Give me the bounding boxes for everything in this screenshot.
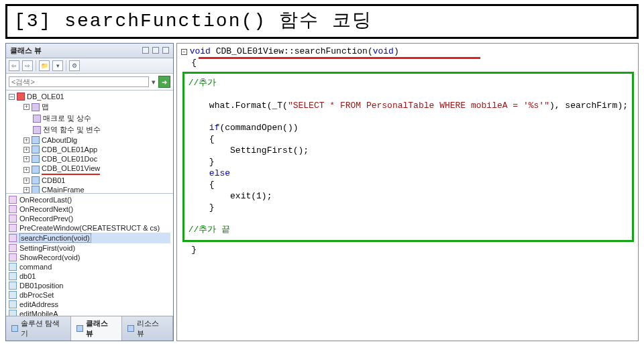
- dropdown-icon[interactable]: [142, 47, 149, 54]
- pin-icon[interactable]: [152, 47, 159, 54]
- tree-item[interactable]: + CDB_OLE01Doc: [9, 154, 172, 164]
- tree-label: 매크로 및 상수: [43, 113, 91, 123]
- expand-icon[interactable]: +: [23, 178, 30, 184]
- member-item[interactable]: ShowRecord(void): [9, 253, 170, 262]
- panel-controls[interactable]: [141, 47, 169, 55]
- collapse-icon[interactable]: –: [9, 94, 15, 100]
- class-icon: [32, 136, 40, 144]
- code-line: {: [181, 58, 634, 69]
- tree-label: 전역 함수 및 변수: [43, 125, 101, 135]
- tree-label: CDB_OLE01Doc: [42, 155, 97, 163]
- tree-label: CDB_OLE01App: [42, 145, 97, 154]
- tree-item[interactable]: + CDB01: [9, 176, 172, 185]
- code-line: }: [181, 245, 634, 256]
- member-label: editAddress: [19, 300, 58, 308]
- folder-icon: [33, 115, 41, 123]
- settings-icon[interactable]: ⚙: [69, 60, 80, 71]
- toolbar-separator: [36, 60, 36, 71]
- tab-resource-view[interactable]: 리소스 뷰: [122, 316, 173, 341]
- method-icon: [9, 253, 17, 261]
- code-blank: [189, 89, 628, 101]
- method-icon: [9, 234, 17, 242]
- tab-label: 리소스 뷰: [137, 318, 167, 339]
- expand-icon[interactable]: +: [23, 104, 30, 110]
- class-view-header: 클래스 뷰: [6, 44, 173, 58]
- folder-icon: [32, 103, 40, 111]
- panel-tabs: 솔루션 탐색기 클래스 뷰 리소스 뷰: [6, 316, 173, 341]
- member-item[interactable]: SettingFirst(void): [9, 243, 170, 253]
- code-line: if(commandOpen()): [189, 123, 628, 134]
- tree-item[interactable]: 전역 함수 및 변수: [9, 124, 172, 135]
- member-item[interactable]: OnRecordNext(): [9, 204, 170, 214]
- member-item[interactable]: PreCreateWindow(CREATESTRUCT & cs): [9, 223, 170, 233]
- class-view-toolbar: ⇦ ⇨ 📁 ▾ ⚙: [6, 58, 173, 74]
- tree-item[interactable]: + 맵: [9, 101, 172, 113]
- tree-root[interactable]: – DB_OLE01: [9, 92, 172, 101]
- member-item[interactable]: dbProcSet: [9, 290, 170, 300]
- page-title: [3] searchFunction() 함수 코딩: [5, 4, 639, 39]
- tree-item[interactable]: + CMainFrame: [9, 185, 172, 194]
- code-line: else: [189, 168, 628, 180]
- member-item[interactable]: db01: [9, 272, 170, 281]
- code-blank: [189, 111, 628, 123]
- project-icon: [17, 93, 25, 101]
- class-icon: [32, 176, 40, 184]
- tree-label: DB_OLE01: [27, 93, 64, 101]
- tree-label: CMainFrame: [42, 186, 85, 194]
- solution-icon: [11, 325, 18, 332]
- tab-label: 클래스 뷰: [86, 318, 116, 339]
- go-icon[interactable]: ➜: [158, 76, 170, 88]
- tree-item[interactable]: 매크로 및 상수: [9, 113, 172, 124]
- forward-icon[interactable]: ⇨: [22, 60, 33, 71]
- code-line: what.Format(_T("SELECT * FROM PersonalTa…: [189, 101, 628, 112]
- search-input[interactable]: [9, 76, 149, 87]
- expand-icon[interactable]: +: [23, 167, 30, 173]
- tree-item[interactable]: + CAboutDlg: [9, 135, 172, 145]
- expand-icon[interactable]: +: [23, 156, 30, 162]
- expand-icon[interactable]: +: [23, 137, 30, 143]
- expand-icon[interactable]: +: [23, 147, 30, 153]
- dropdown-icon[interactable]: ▾: [152, 78, 156, 86]
- resource-icon: [127, 325, 134, 332]
- member-item[interactable]: editAddress: [9, 300, 170, 309]
- class-icon: [32, 186, 40, 194]
- member-item[interactable]: command: [9, 262, 170, 272]
- member-item[interactable]: DB01position: [9, 281, 170, 290]
- member-item[interactable]: OnRecordLast(): [9, 195, 170, 204]
- class-icon: [32, 166, 40, 174]
- outline-toggle-icon[interactable]: –: [181, 49, 187, 55]
- member-item[interactable]: editMobileA: [9, 309, 170, 316]
- code-line: }: [189, 157, 628, 168]
- dropdown-icon[interactable]: ▾: [52, 60, 63, 71]
- folder-icon: [33, 126, 41, 134]
- tab-solution-explorer[interactable]: 솔루션 탐색기: [6, 316, 71, 341]
- member-label: dbProcSet: [19, 291, 54, 299]
- new-folder-icon[interactable]: 📁: [39, 60, 50, 71]
- class-icon: [32, 145, 40, 154]
- method-icon: [9, 224, 17, 232]
- member-label: PreCreateWindow(CREATESTRUCT & cs): [19, 224, 160, 232]
- expand-icon[interactable]: +: [23, 187, 30, 193]
- class-view-panel: 클래스 뷰 ⇦ ⇨ 📁 ▾ ⚙ ▾ ➜ – DB_OLE01: [5, 43, 174, 341]
- member-label: ShowRecord(void): [19, 253, 80, 261]
- member-item-selected[interactable]: searchFunction(void): [9, 233, 170, 243]
- code-editor[interactable]: –void CDB_OLE01View::searchFunction(void…: [176, 43, 639, 341]
- method-icon: [9, 244, 17, 252]
- member-label: searchFunction(void): [19, 233, 91, 243]
- field-icon: [9, 282, 17, 290]
- tree-item[interactable]: + CDB_OLE01App: [9, 145, 172, 154]
- member-list[interactable]: OnRecordLast() OnRecordNext() OnRecordPr…: [6, 194, 173, 316]
- classview-icon: [76, 325, 83, 332]
- member-label: OnRecordLast(): [19, 196, 72, 204]
- tab-class-view[interactable]: 클래스 뷰: [71, 316, 122, 341]
- member-item[interactable]: OnRecordPrev(): [9, 214, 170, 223]
- toolbar-separator: [66, 60, 66, 71]
- field-icon: [9, 300, 17, 308]
- back-icon[interactable]: ⇦: [9, 60, 19, 71]
- code-comment: //추가 끝: [189, 225, 628, 236]
- method-icon: [9, 215, 17, 223]
- class-tree[interactable]: – DB_OLE01 + 맵 매크로 및 상수 전역 함수 및 변수 +: [6, 90, 173, 194]
- tree-item[interactable]: + CDB_OLE01View: [9, 164, 172, 176]
- close-icon[interactable]: [162, 47, 169, 54]
- code-line: {: [189, 134, 628, 145]
